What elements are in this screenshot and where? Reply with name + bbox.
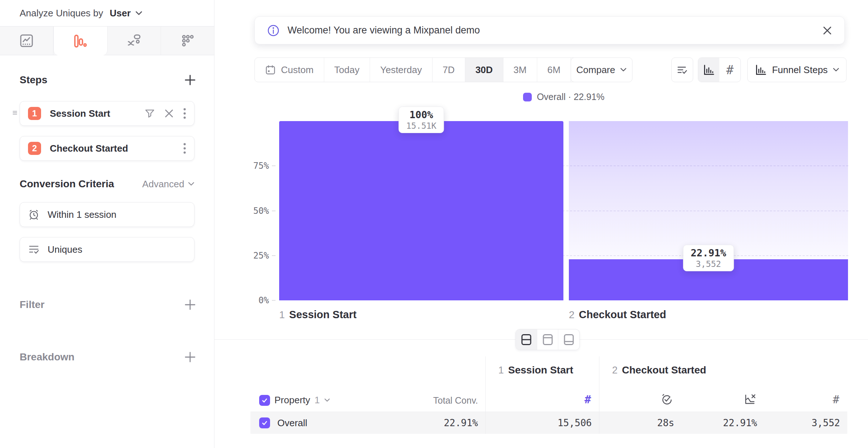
- date-range-label: 3M: [514, 64, 527, 76]
- banner-close-icon[interactable]: [823, 26, 832, 35]
- funnel-bar-step1[interactable]: [279, 121, 563, 300]
- tooltip-count: 3,552: [691, 259, 726, 269]
- funnel-dropoff-gradient-step2: [569, 121, 848, 259]
- chevron-down-icon: [833, 68, 839, 72]
- tab-funnels[interactable]: [53, 27, 107, 55]
- step-number-badge: 1: [28, 107, 41, 120]
- analyze-entity-dropdown[interactable]: User: [110, 8, 131, 19]
- table-view-segment[interactable]: [558, 329, 579, 350]
- tooltip-percent: 22.91%: [691, 247, 726, 259]
- step2-count-value: 3,552: [812, 417, 847, 428]
- step-more-icon[interactable]: [183, 143, 186, 154]
- y-axis-tickmark: [272, 165, 276, 166]
- tab-flows[interactable]: [108, 27, 161, 55]
- drag-handle-icon[interactable]: [12, 110, 18, 117]
- bar-value-tooltip: 22.91% 3,552: [683, 245, 734, 271]
- date-range-selector: Custom Today Yesterday 7D 30D 3M 6M 12M: [254, 57, 610, 82]
- date-range-label: 30D: [475, 64, 493, 76]
- hash-icon: #: [726, 63, 734, 77]
- report-type-tabbar: [0, 26, 214, 55]
- query-builder-sidebar: Analyze Uniques by User: [0, 0, 214, 448]
- legend-swatch: [523, 93, 532, 101]
- banner-message: Welcome! You are viewing a Mixpanel demo: [288, 25, 480, 36]
- step-index: 1: [279, 309, 285, 321]
- chevron-down-icon: [188, 182, 194, 186]
- tab-retention[interactable]: [161, 27, 214, 55]
- column-group-step2: 2 Checkout Started: [599, 356, 847, 382]
- date-range-label: 7D: [443, 64, 455, 76]
- column-group-step1: 1 Session Start: [485, 356, 599, 382]
- add-filter-button[interactable]: [182, 297, 198, 313]
- date-range-today[interactable]: Today: [324, 58, 370, 82]
- chart-view-icon: [542, 333, 554, 346]
- step1-count-header: #: [485, 382, 599, 412]
- add-breakdown-button[interactable]: [182, 349, 198, 365]
- total-conv-header: Total Conv.: [433, 395, 485, 406]
- add-step-button[interactable]: [182, 72, 198, 88]
- advanced-dropdown[interactable]: Advanced: [142, 179, 194, 190]
- date-range-7d[interactable]: 7D: [433, 58, 465, 82]
- property-header-cell: Property 1 Total Conv.: [250, 382, 485, 412]
- step-event-name[interactable]: Checkout Started: [50, 143, 128, 154]
- step-name: Checkout Started: [622, 364, 706, 376]
- date-range-yesterday[interactable]: Yesterday: [370, 58, 433, 82]
- compare-button[interactable]: Compare: [571, 57, 632, 82]
- bar-chart-icon: [703, 64, 715, 76]
- check-icon: [261, 397, 268, 404]
- step-index: 1: [498, 365, 504, 376]
- count-icon: #: [584, 393, 591, 406]
- conversion-rate-icon: [743, 393, 756, 406]
- chart-view-segment[interactable]: [537, 329, 559, 350]
- compare-label: Compare: [576, 64, 615, 76]
- counting-method-card[interactable]: Uniques: [20, 237, 194, 262]
- counting-toggle-button[interactable]: [671, 57, 693, 82]
- plus-icon: [185, 299, 196, 310]
- insights-icon: [19, 33, 34, 48]
- step-card-1[interactable]: 1 Session Start: [20, 101, 194, 126]
- date-range-6m[interactable]: 6M: [537, 58, 571, 82]
- step2-conv-rate-header: [682, 382, 764, 412]
- row-checkbox[interactable]: [259, 417, 270, 428]
- step-more-icon[interactable]: [183, 108, 186, 119]
- date-range-custom[interactable]: Custom: [255, 58, 324, 82]
- step-index: 2: [612, 365, 618, 376]
- step-card-2[interactable]: 2 Checkout Started: [20, 136, 194, 161]
- flows-icon: [127, 33, 141, 48]
- counting-method-label: Uniques: [48, 244, 82, 255]
- funnel-chart: 75% 50% 25% 0% 100% 15.51K 22.91% 3,552: [214, 121, 868, 332]
- number-view-segment[interactable]: #: [719, 58, 740, 82]
- breakdown-title: Breakdown: [20, 351, 75, 363]
- step-name: Session Start: [508, 364, 573, 376]
- total-conv-value: 22.91%: [444, 417, 485, 428]
- step-event-name[interactable]: Session Start: [50, 108, 110, 119]
- header-spacer: [250, 356, 485, 382]
- y-axis-tickmark: [272, 300, 276, 301]
- uniques-list-check-icon: [28, 244, 40, 255]
- date-range-3m[interactable]: 3M: [503, 58, 537, 82]
- alarm-clock-icon: [28, 209, 40, 220]
- property-dropdown[interactable]: Property: [274, 395, 310, 406]
- step2-count-header: #: [764, 382, 847, 412]
- table-view-icon: [563, 333, 575, 346]
- step-name: Session Start: [289, 309, 357, 321]
- step-filter-icon[interactable]: [145, 108, 155, 119]
- split-view-segment[interactable]: [516, 329, 537, 350]
- chevron-down-icon[interactable]: [324, 398, 330, 402]
- date-range-label: Yesterday: [380, 64, 422, 76]
- retention-icon: [180, 33, 195, 48]
- funnel-steps-dropdown[interactable]: Funnel Steps: [747, 57, 847, 82]
- select-all-checkbox[interactable]: [259, 395, 270, 406]
- step-remove-icon[interactable]: [164, 109, 174, 118]
- analyze-row: Analyze Uniques by User: [0, 0, 214, 26]
- plus-icon: [185, 352, 196, 363]
- conversion-window-card[interactable]: Within 1 session: [20, 202, 194, 227]
- percent-view-segment[interactable]: [698, 58, 719, 82]
- step2-conv-rate-value: 22.91%: [723, 417, 764, 428]
- date-range-30d[interactable]: 30D: [465, 58, 503, 82]
- date-range-label: 6M: [547, 64, 560, 76]
- funnels-icon: [73, 34, 88, 48]
- step2-conv-rate-cell: 22.91%: [682, 412, 764, 434]
- advanced-label: Advanced: [142, 179, 184, 190]
- tab-insights[interactable]: [0, 27, 53, 55]
- chevron-down-icon: [620, 68, 627, 72]
